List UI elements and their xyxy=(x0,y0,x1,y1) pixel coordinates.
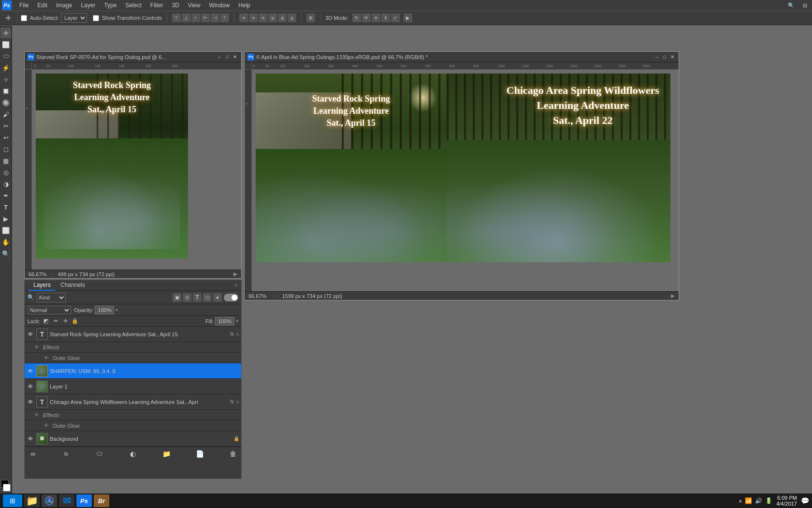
create-layer-btn[interactable]: 📄 xyxy=(194,448,205,459)
taskbar-bridge[interactable]: Br xyxy=(94,494,109,507)
layer-1-fx[interactable]: fx xyxy=(230,331,234,337)
panel-menu-btn[interactable]: ≡ xyxy=(234,283,237,288)
doc-right-maximize[interactable]: □ xyxy=(661,54,668,60)
layer-1-effects-eye[interactable]: 👁 xyxy=(34,344,41,350)
menu-image[interactable]: Image xyxy=(52,1,76,10)
layer-item-layer1[interactable]: 👁 Layer 1 xyxy=(25,379,241,394)
brush-tool[interactable]: 🖌 xyxy=(0,109,11,120)
filter-kind-select[interactable]: Kind xyxy=(37,293,66,302)
auto-select-mode[interactable]: Layer xyxy=(61,13,87,23)
taskbar-sound[interactable]: 🔊 xyxy=(755,497,762,504)
move-tool[interactable]: ✛ xyxy=(0,28,11,38)
distribute-horizontal[interactable]: ⫼ xyxy=(278,14,287,22)
path-selection-tool[interactable]: ▶ xyxy=(0,213,11,224)
delete-layer-btn[interactable]: 🗑 xyxy=(228,448,238,459)
add-fx-btn[interactable]: fx xyxy=(61,448,72,459)
clone-stamp-tool[interactable]: ✂ xyxy=(0,120,11,131)
layer-4-expand[interactable]: ∧ xyxy=(236,399,239,404)
menu-layer[interactable]: Layer xyxy=(77,1,99,10)
menu-file[interactable]: File xyxy=(15,1,32,10)
align-right-edges[interactable]: ⊤ xyxy=(220,14,229,22)
layer-4-fx[interactable]: fx xyxy=(230,399,234,404)
align-horizontal-centers[interactable]: ⊣ xyxy=(211,14,219,22)
tab-channels[interactable]: Channels xyxy=(56,280,90,291)
background-color[interactable] xyxy=(3,484,11,492)
search-btn[interactable]: 🔍 xyxy=(786,0,797,11)
lock-all[interactable]: 🔒 xyxy=(71,317,79,325)
auto-align-btn[interactable]: ⊞ xyxy=(306,14,315,22)
auto-select-checkbox[interactable] xyxy=(21,15,27,21)
layer-5-visibility[interactable]: 👁 xyxy=(27,435,34,443)
filter-toggle[interactable] xyxy=(224,294,238,301)
lock-transparent[interactable]: ◩ xyxy=(42,317,50,325)
menu-select[interactable]: Select xyxy=(121,1,145,10)
lock-position[interactable]: ✛ xyxy=(61,317,69,325)
link-layers-btn[interactable]: ∞ xyxy=(28,448,38,459)
eraser-tool[interactable]: ◻ xyxy=(0,144,11,154)
tab-layers[interactable]: Layers xyxy=(29,280,56,291)
doc-right-close[interactable]: ✕ xyxy=(669,54,676,60)
taskbar-explorer[interactable]: 📁 xyxy=(24,494,40,507)
align-left-edges[interactable]: ⊢ xyxy=(201,14,210,22)
taskbar-chrome[interactable] xyxy=(42,494,57,507)
blur-tool[interactable]: ◎ xyxy=(0,167,11,178)
workspace-btn[interactable]: ⊟ xyxy=(799,0,810,11)
doc-left-maximize[interactable]: □ xyxy=(224,54,231,60)
taskbar-clock[interactable]: 6:09 PM 4/4/2017 xyxy=(776,495,797,507)
filter-type[interactable]: T xyxy=(193,293,202,302)
distribute-vertical[interactable]: ≡ xyxy=(249,14,258,22)
menu-window[interactable]: Window xyxy=(205,1,234,10)
layer-4-visibility[interactable]: 👁 xyxy=(27,398,34,406)
menu-help[interactable]: Help xyxy=(234,1,254,10)
menu-filter[interactable]: Filter xyxy=(146,1,167,10)
layer-1-expand[interactable]: ∧ xyxy=(236,331,239,337)
start-button[interactable]: ⊞ xyxy=(3,494,22,507)
layer-1-visibility[interactable]: 👁 xyxy=(27,330,34,338)
lock-pixels[interactable]: ✏ xyxy=(52,317,59,325)
taskbar-photoshop[interactable]: Ps xyxy=(76,494,92,507)
filter-adjust[interactable]: ⊙ xyxy=(183,293,191,302)
layer-item-chicago-text[interactable]: 👁 T Chicago Area Spring Wildflowers Lear… xyxy=(25,394,241,410)
layer-4-effects-eye[interactable]: 👁 xyxy=(34,412,41,418)
type-tool[interactable]: T xyxy=(0,202,11,212)
menu-view[interactable]: View xyxy=(184,1,204,10)
add-mask-btn[interactable]: ⬭ xyxy=(94,448,105,459)
filter-pixel[interactable]: ▣ xyxy=(173,293,181,302)
layer-3-visibility[interactable]: 👁 xyxy=(27,383,34,390)
zoom-tool[interactable]: 🔍 xyxy=(0,248,11,259)
filter-smart[interactable]: ● xyxy=(213,293,222,302)
create-group-btn[interactable]: 📁 xyxy=(161,448,172,459)
lasso-tool[interactable]: ⬭ xyxy=(0,51,11,61)
taskbar-up-arrow[interactable]: ∧ xyxy=(739,498,742,504)
eyedropper-tool[interactable]: 🔲 xyxy=(0,86,11,96)
transform-checkbox[interactable] xyxy=(93,15,99,21)
taskbar-network[interactable]: 📶 xyxy=(745,497,752,504)
layer-item-sharpen[interactable]: 👁 SHARPEN: USM: 90, 0.4, 0 xyxy=(25,363,241,379)
spot-healing-brush[interactable]: 🔘 xyxy=(0,97,11,108)
layer-4-outerglow-eye[interactable]: 👁 xyxy=(44,423,51,428)
menu-3d[interactable]: 3D xyxy=(168,1,183,10)
taskbar-notification[interactable]: 💬 xyxy=(801,497,809,505)
distribute-left[interactable]: ⫼ xyxy=(268,14,277,22)
3d-scale[interactable]: ⤢ xyxy=(391,14,400,22)
3d-slide[interactable]: ⇕ xyxy=(381,14,390,22)
rectangular-marquee-tool[interactable]: ⬜ xyxy=(0,39,11,50)
3d-rotate[interactable]: ↻ xyxy=(352,14,361,22)
layer-1-outerglow-eye[interactable]: 👁 xyxy=(44,355,51,360)
menu-type[interactable]: Type xyxy=(100,1,120,10)
quick-select-tool[interactable]: ⚡ xyxy=(0,62,11,73)
layer-2-visibility[interactable]: 👁 xyxy=(27,367,34,375)
distribute-bottom[interactable]: ≡ xyxy=(259,14,267,22)
fill-dropdown[interactable]: ▾ xyxy=(236,318,238,324)
layer-item-background[interactable]: 👁 Background 🔒 xyxy=(25,431,241,447)
crop-tool[interactable]: ⊹ xyxy=(0,74,11,85)
opacity-dropdown[interactable]: ▾ xyxy=(116,307,118,313)
3d-roll[interactable]: ⟳ xyxy=(362,14,371,22)
history-brush-tool[interactable]: ↩ xyxy=(0,132,11,143)
align-bottom-edges[interactable]: ⊦ xyxy=(191,14,200,22)
3d-video[interactable]: ▶ xyxy=(404,14,412,22)
fill-input[interactable] xyxy=(215,317,234,326)
taskbar-outlook[interactable]: ✉ xyxy=(59,494,74,507)
menu-edit[interactable]: Edit xyxy=(33,1,51,10)
distribute-right[interactable]: ⫼ xyxy=(288,14,296,22)
